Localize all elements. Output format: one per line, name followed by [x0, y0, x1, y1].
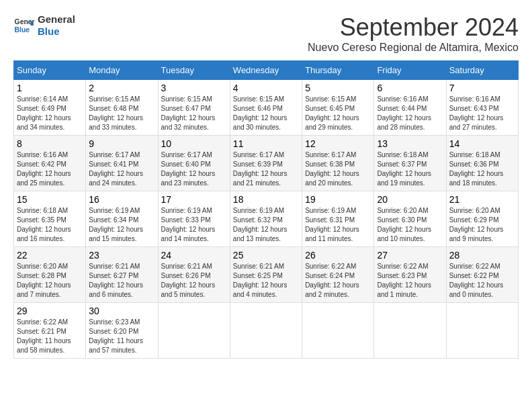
calendar-cell: 20Sunrise: 6:20 AMSunset: 6:30 PMDayligh…	[374, 191, 446, 247]
day-number: 5	[305, 83, 371, 93]
calendar-cell: 13Sunrise: 6:18 AMSunset: 6:37 PMDayligh…	[374, 136, 446, 191]
day-number: 10	[161, 138, 227, 149]
calendar-cell: 19Sunrise: 6:19 AMSunset: 6:31 PMDayligh…	[302, 191, 374, 247]
calendar-cell: 6Sunrise: 6:16 AMSunset: 6:44 PMDaylight…	[374, 80, 446, 136]
calendar-header-row: SundayMondayTuesdayWednesdayThursdayFrid…	[14, 61, 519, 80]
day-number: 11	[233, 138, 299, 149]
day-number: 18	[233, 194, 299, 205]
day-info: Sunrise: 6:16 AMSunset: 6:44 PMDaylight:…	[377, 95, 443, 132]
header-sunday: Sunday	[14, 61, 86, 80]
calendar-cell: 23Sunrise: 6:21 AMSunset: 6:27 PMDayligh…	[86, 247, 158, 303]
calendar-cell: 30Sunrise: 6:23 AMSunset: 6:20 PMDayligh…	[86, 303, 158, 359]
day-number: 3	[161, 83, 227, 93]
calendar-cell: 3Sunrise: 6:15 AMSunset: 6:47 PMDaylight…	[158, 80, 230, 136]
day-number: 2	[89, 83, 154, 93]
day-info: Sunrise: 6:19 AMSunset: 6:32 PMDaylight:…	[233, 206, 299, 244]
day-info: Sunrise: 6:22 AMSunset: 6:22 PMDaylight:…	[449, 262, 515, 300]
svg-text:Blue: Blue	[15, 26, 30, 34]
day-number: 22	[17, 250, 83, 261]
location-title: Nuevo Cereso Regional de Altamira, Mexic…	[308, 42, 519, 54]
calendar-cell: 21Sunrise: 6:20 AMSunset: 6:29 PMDayligh…	[446, 191, 518, 247]
day-info: Sunrise: 6:17 AMSunset: 6:39 PMDaylight:…	[233, 150, 299, 188]
day-info: Sunrise: 6:15 AMSunset: 6:46 PMDaylight:…	[233, 95, 299, 132]
calendar-cell: 14Sunrise: 6:18 AMSunset: 6:36 PMDayligh…	[446, 136, 518, 191]
logo-general: General	[38, 13, 75, 26]
day-info: Sunrise: 6:21 AMSunset: 6:27 PMDaylight:…	[89, 262, 154, 300]
calendar-week-row: 22Sunrise: 6:20 AMSunset: 6:28 PMDayligh…	[14, 247, 519, 303]
calendar-cell: 4Sunrise: 6:15 AMSunset: 6:46 PMDaylight…	[230, 80, 302, 136]
day-info: Sunrise: 6:18 AMSunset: 6:35 PMDaylight:…	[17, 206, 83, 244]
day-info: Sunrise: 6:23 AMSunset: 6:20 PMDaylight:…	[89, 318, 154, 355]
calendar-table: SundayMondayTuesdayWednesdayThursdayFrid…	[13, 60, 519, 359]
day-info: Sunrise: 6:20 AMSunset: 6:28 PMDaylight:…	[17, 262, 83, 300]
day-info: Sunrise: 6:22 AMSunset: 6:21 PMDaylight:…	[17, 318, 83, 355]
calendar-week-row: 15Sunrise: 6:18 AMSunset: 6:35 PMDayligh…	[14, 191, 519, 247]
calendar-cell: 11Sunrise: 6:17 AMSunset: 6:39 PMDayligh…	[230, 136, 302, 191]
day-number: 4	[233, 83, 299, 93]
title-section: September 2024 Nuevo Cereso Regional de …	[308, 13, 519, 54]
header-monday: Monday	[86, 61, 158, 80]
calendar-week-row: 29Sunrise: 6:22 AMSunset: 6:21 PMDayligh…	[14, 303, 519, 359]
day-info: Sunrise: 6:16 AMSunset: 6:42 PMDaylight:…	[17, 150, 83, 188]
month-title: September 2024	[308, 13, 519, 42]
calendar-cell	[230, 303, 302, 359]
calendar-cell: 8Sunrise: 6:16 AMSunset: 6:42 PMDaylight…	[14, 136, 86, 191]
day-number: 23	[89, 250, 154, 261]
calendar-cell: 18Sunrise: 6:19 AMSunset: 6:32 PMDayligh…	[230, 191, 302, 247]
day-info: Sunrise: 6:22 AMSunset: 6:23 PMDaylight:…	[377, 262, 443, 300]
day-info: Sunrise: 6:19 AMSunset: 6:33 PMDaylight:…	[161, 206, 227, 244]
day-info: Sunrise: 6:17 AMSunset: 6:41 PMDaylight:…	[89, 150, 154, 188]
day-number: 19	[305, 194, 371, 205]
day-number: 26	[305, 250, 371, 261]
page-header: General Blue General Blue September 2024…	[13, 13, 519, 54]
day-info: Sunrise: 6:15 AMSunset: 6:47 PMDaylight:…	[161, 95, 227, 132]
day-number: 8	[17, 138, 83, 149]
calendar-cell: 5Sunrise: 6:15 AMSunset: 6:45 PMDaylight…	[302, 80, 374, 136]
calendar-cell: 12Sunrise: 6:17 AMSunset: 6:38 PMDayligh…	[302, 136, 374, 191]
day-number: 12	[305, 138, 371, 149]
calendar-cell	[158, 303, 230, 359]
day-info: Sunrise: 6:19 AMSunset: 6:31 PMDaylight:…	[305, 206, 371, 244]
day-number: 14	[449, 138, 515, 149]
header-saturday: Saturday	[446, 61, 518, 80]
calendar-cell: 25Sunrise: 6:21 AMSunset: 6:25 PMDayligh…	[230, 247, 302, 303]
calendar-week-row: 1Sunrise: 6:14 AMSunset: 6:49 PMDaylight…	[14, 80, 519, 136]
day-info: Sunrise: 6:22 AMSunset: 6:24 PMDaylight:…	[305, 262, 371, 300]
logo: General Blue General Blue	[13, 13, 75, 38]
calendar-cell: 17Sunrise: 6:19 AMSunset: 6:33 PMDayligh…	[158, 191, 230, 247]
logo-icon: General Blue	[13, 15, 35, 36]
day-number: 9	[89, 138, 154, 149]
day-number: 25	[233, 250, 299, 261]
day-number: 28	[449, 250, 515, 261]
day-info: Sunrise: 6:19 AMSunset: 6:34 PMDaylight:…	[89, 206, 154, 244]
day-info: Sunrise: 6:21 AMSunset: 6:26 PMDaylight:…	[161, 262, 227, 300]
day-info: Sunrise: 6:21 AMSunset: 6:25 PMDaylight:…	[233, 262, 299, 300]
calendar-cell: 22Sunrise: 6:20 AMSunset: 6:28 PMDayligh…	[14, 247, 86, 303]
day-number: 29	[17, 306, 83, 316]
calendar-cell: 1Sunrise: 6:14 AMSunset: 6:49 PMDaylight…	[14, 80, 86, 136]
day-number: 7	[449, 83, 515, 93]
calendar-cell: 10Sunrise: 6:17 AMSunset: 6:40 PMDayligh…	[158, 136, 230, 191]
day-info: Sunrise: 6:14 AMSunset: 6:49 PMDaylight:…	[17, 95, 83, 132]
day-number: 13	[377, 138, 443, 149]
calendar-week-row: 8Sunrise: 6:16 AMSunset: 6:42 PMDaylight…	[14, 136, 519, 191]
day-number: 27	[377, 250, 443, 261]
day-number: 30	[89, 306, 154, 316]
calendar-cell: 2Sunrise: 6:15 AMSunset: 6:48 PMDaylight…	[86, 80, 158, 136]
header-thursday: Thursday	[302, 61, 374, 80]
day-info: Sunrise: 6:18 AMSunset: 6:36 PMDaylight:…	[449, 150, 515, 188]
calendar-cell: 29Sunrise: 6:22 AMSunset: 6:21 PMDayligh…	[14, 303, 86, 359]
day-number: 24	[161, 250, 227, 261]
day-info: Sunrise: 6:20 AMSunset: 6:29 PMDaylight:…	[449, 206, 515, 244]
calendar-cell: 7Sunrise: 6:16 AMSunset: 6:43 PMDaylight…	[446, 80, 518, 136]
day-info: Sunrise: 6:17 AMSunset: 6:40 PMDaylight:…	[161, 150, 227, 188]
day-info: Sunrise: 6:16 AMSunset: 6:43 PMDaylight:…	[449, 95, 515, 132]
calendar-cell: 26Sunrise: 6:22 AMSunset: 6:24 PMDayligh…	[302, 247, 374, 303]
calendar-cell: 27Sunrise: 6:22 AMSunset: 6:23 PMDayligh…	[374, 247, 446, 303]
calendar-cell: 16Sunrise: 6:19 AMSunset: 6:34 PMDayligh…	[86, 191, 158, 247]
day-info: Sunrise: 6:15 AMSunset: 6:48 PMDaylight:…	[89, 95, 154, 132]
day-info: Sunrise: 6:15 AMSunset: 6:45 PMDaylight:…	[305, 95, 371, 132]
day-number: 15	[17, 194, 83, 205]
calendar-cell	[302, 303, 374, 359]
calendar-cell	[374, 303, 446, 359]
